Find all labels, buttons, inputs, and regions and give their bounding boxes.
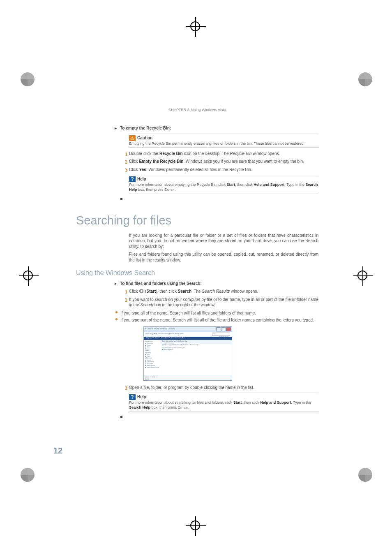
close-button[interactable]: [226, 327, 231, 331]
bullet-1: If you type all of the name, Search will…: [120, 310, 318, 316]
caution-title: Caution: [137, 136, 152, 140]
status-bar: 1 item: [144, 375, 232, 380]
bullet-icon: [115, 311, 118, 313]
search-input[interactable]: help: [212, 333, 230, 336]
item-icon: [145, 376, 149, 380]
bullet-2: If you type part of the name, Search wil…: [120, 317, 318, 323]
help-title: Help: [137, 395, 146, 399]
registration-disc-icon: [358, 468, 372, 482]
step-3: 3Click Yes. Windows permanently deletes …: [129, 167, 318, 173]
help-icon: [129, 394, 136, 400]
step-1: 1Double-click the Recycle Bin icon on th…: [129, 151, 318, 157]
bullet-icon: [115, 318, 118, 320]
registration-disc-icon: [21, 468, 35, 482]
registration-disc-icon: [21, 72, 35, 86]
page-content: CHAPTER 2: Using Windows Vista To empty …: [76, 107, 318, 418]
minimize-button[interactable]: [216, 327, 221, 331]
result-row[interactable]: 🛈 Help and Support 12/31/2006 3:31 AM Sh…: [162, 344, 230, 346]
sidebar-item[interactable]: ▣ Search Results in Inde: [145, 367, 161, 369]
procedure-title: To empty the Recycle Bin:: [120, 125, 318, 131]
advanced-search-link[interactable]: ▣ Advanced Search: [162, 349, 230, 350]
crop-mark-right: [353, 266, 373, 286]
results-pane[interactable]: 🛈 Help and Support 12/31/2006 3:31 AM Sh…: [160, 343, 232, 376]
step-1: 1Click (Start), then click Search. The S…: [129, 289, 318, 294]
running-head: CHAPTER 2: Using Windows Vista: [76, 107, 318, 112]
breadcrumb[interactable]: ▸ ▸ Search Results in Indexed Locations: [145, 328, 175, 330]
crop-mark-bottom: [186, 516, 206, 536]
warning-icon: [129, 135, 136, 141]
caution-callout: Caution Emptying the Recycle Bin permane…: [129, 134, 318, 148]
crop-mark-left: [19, 266, 39, 286]
screenshot-figure: ▸ ▸ Search Results in Indexed Locations …: [143, 326, 232, 381]
step-3: 3Open a file, folder, or program by doub…: [129, 385, 318, 391]
heading-1: Searching for files: [76, 213, 318, 229]
caution-body: Emptying the Recycle Bin permanently era…: [129, 141, 304, 146]
windows-logo-icon: [139, 289, 144, 294]
toolbar[interactable]: Organize ▾ Views ▾ Save Search Search To…: [144, 337, 232, 340]
window-titlebar: ▸ ▸ Search Results in Indexed Locations: [144, 327, 232, 332]
help-title: Help: [137, 177, 146, 181]
registration-disc-icon: [358, 72, 372, 86]
intro-paragraph: If you are looking for a particular file…: [129, 233, 318, 250]
step-2: 2Click Empty the Recycle Bin. Windows as…: [129, 159, 318, 164]
help-callout: Help For more information about emptying…: [129, 175, 318, 194]
section-end-mark: [120, 198, 122, 200]
step-2: 2If you want to search on your computer …: [129, 297, 318, 308]
procedure-title: To find files and folders using the Sear…: [120, 281, 318, 287]
heading-2: Using the Windows Search: [76, 268, 318, 278]
help-callout: Help For more information about searchin…: [129, 393, 318, 412]
intro-paragraph-2: Files and folders found using this utili…: [129, 252, 318, 263]
crop-mark-top: [186, 17, 206, 37]
filter-tabs[interactable]: Show only: All E-mail Document Picture M…: [145, 333, 184, 335]
section-end-mark: [120, 416, 122, 418]
page-number: 12: [53, 445, 62, 456]
help-icon: [129, 176, 136, 182]
maximize-button[interactable]: [221, 327, 226, 331]
